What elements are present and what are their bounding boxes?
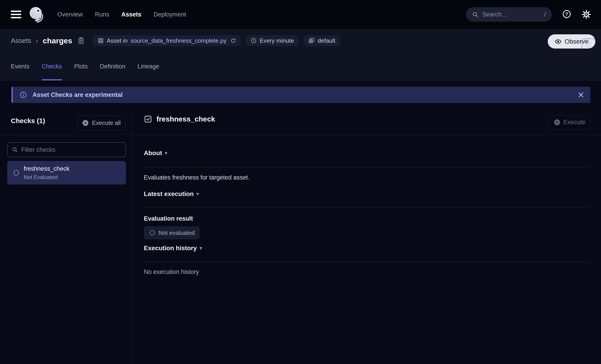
asset-definition-file-link[interactable]: source_data_freshness_complete.py [130,37,226,44]
eye-icon [554,38,562,45]
tab-plots[interactable]: Plots [74,52,88,80]
tab-lineage[interactable]: Lineage [138,52,159,80]
help-icon [562,10,572,20]
nav-item-deployment[interactable]: Deployment [153,11,186,18]
checks-content: Asset Checks are experimental Checks (1)… [0,81,601,364]
execution-history-heading: Execution history [144,244,197,252]
latest-execution-heading: Latest execution [144,190,194,198]
search-input[interactable] [482,11,541,18]
asset-tabs: Events Checks Plots Definition Lineage [0,52,601,80]
panel-divider [132,110,133,364]
execute-all-button[interactable]: Execute all [77,115,125,130]
search-icon [472,11,479,18]
execute-button[interactable]: Execute [549,115,590,129]
caret-down-icon: ▾ [200,245,202,251]
about-section-header[interactable]: About ▾ [144,150,167,157]
primary-nav: Overview Runs Assets Deployment [57,11,186,18]
search-shortcut-hint: / [544,11,546,18]
info-icon [20,91,27,99]
caret-down-icon: ▾ [196,191,199,197]
execution-history-empty-text: No execution history [144,268,199,275]
dagster-logo[interactable] [28,6,46,23]
schema-icon [308,38,315,44]
about-description: Evaluates freshness for targeted asset. [144,174,250,181]
banner-close-button[interactable] [577,91,584,99]
header-divider [0,135,601,135]
asset-definition-prefix: Asset in [107,37,128,44]
menu-button[interactable] [11,11,21,18]
check-list-item-text: freshness_check Not Evaluated [24,165,70,181]
execute-all-label: Execute all [92,120,120,126]
spinner-icon [149,229,156,236]
schedule-tag-label: Every minute [260,37,294,44]
breadcrumb-assets-link[interactable]: Assets [11,37,31,44]
filter-checks-input[interactable] [21,146,121,153]
experimental-banner: Asset Checks are experimental [11,87,590,103]
check-detail-title: freshness_check [156,115,215,123]
clipboard-icon [77,37,85,44]
banner-message: Asset Checks are experimental [32,91,123,99]
dagster-logo-icon [28,6,46,23]
evaluation-result-heading: Evaluation result [144,215,193,222]
checkbox-icon [144,115,152,123]
filter-checks-box[interactable] [7,142,126,157]
evaluation-result-badge-label: Not evaluated [159,229,195,236]
check-detail-title-row: freshness_check [144,115,215,123]
check-list-item[interactable]: freshness_check Not Evaluated [7,161,126,184]
about-heading: About [144,150,162,157]
nav-right: / [466,7,591,22]
spinner-icon [13,169,20,176]
evaluation-result-badge: Not evaluated [144,226,200,239]
top-nav: Overview Runs Assets Deployment / [0,0,601,29]
play-circle-icon [554,119,561,126]
table-icon [98,38,104,44]
settings-button[interactable] [581,10,591,19]
play-circle-icon [82,120,89,126]
check-list-item-name: freshness_check [24,165,70,172]
section-divider [144,208,590,208]
latest-execution-section-header[interactable]: Latest execution ▾ [144,190,199,198]
clock-icon [250,38,257,44]
page-title: charges [43,36,72,45]
checks-panel-title: Checks (1) [11,117,45,125]
nav-item-overview[interactable]: Overview [57,11,83,18]
nav-item-assets[interactable]: Assets [121,11,141,18]
schema-tag-label: default [318,37,335,44]
schedule-tag[interactable]: Every minute [246,35,299,46]
tab-events[interactable]: Events [11,52,30,80]
tab-definition[interactable]: Definition [100,52,126,80]
asset-definition-tag[interactable]: Asset in source_data_freshness_complete.… [93,35,240,46]
nav-item-runs[interactable]: Runs [95,11,109,18]
execution-history-section-header[interactable]: Execution history ▾ [144,244,202,252]
tab-checks[interactable]: Checks [42,52,62,80]
copy-button[interactable] [77,37,85,44]
breadcrumb-separator: › [36,37,38,44]
refresh-icon[interactable] [230,38,236,44]
execute-button-label: Execute [563,119,585,126]
caret-down-icon: ▾ [165,150,167,156]
asset-tags: Asset in source_data_freshness_complete.… [93,35,340,46]
section-divider [144,167,590,168]
help-button[interactable] [562,10,572,20]
close-icon [577,91,584,99]
gear-icon [581,10,591,19]
schema-tag[interactable]: default [304,35,340,46]
refresh-page-button[interactable] [582,39,596,52]
asset-header: Assets › charges Asset in source_data_fr… [0,29,601,81]
section-divider [144,262,590,262]
search-box[interactable]: / [466,7,552,22]
breadcrumb-row: Assets › charges Asset in source_data_fr… [0,29,601,52]
check-list-item-status: Not Evaluated [24,174,70,181]
refresh-icon [585,42,592,49]
search-icon [12,147,18,153]
